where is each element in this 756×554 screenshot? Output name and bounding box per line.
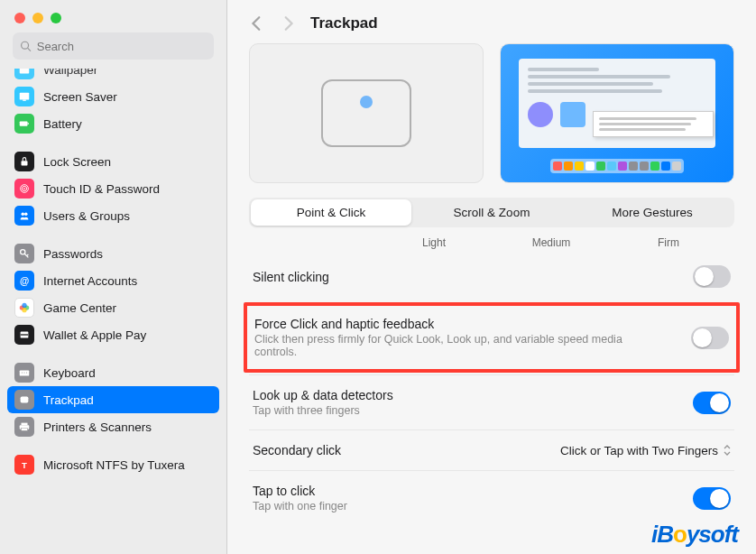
preview-area <box>227 43 756 198</box>
main-panel: Trackpad <box>227 0 756 554</box>
forward-button[interactable] <box>280 15 296 32</box>
setting-title: Tap to click <box>253 484 347 498</box>
sidebar-item-lock-screen[interactable]: Lock Screen <box>7 148 219 175</box>
maximize-window-button[interactable] <box>51 13 61 23</box>
sidebar-item-printers-scanners[interactable]: Printers & Scanners <box>7 413 219 440</box>
search-input[interactable] <box>37 40 207 53</box>
tab-bar: Point & ClickScroll & ZoomMore Gestures <box>249 198 734 227</box>
lock-icon <box>14 152 34 171</box>
sidebar-item-label: Printers & Scanners <box>43 420 152 434</box>
setting-subtitle: Tap with three fingers <box>253 404 393 417</box>
setting-row-tap-to-click: Tap to clickTap with one finger <box>249 470 734 525</box>
svg-point-26 <box>26 372 27 373</box>
toggle-switch[interactable] <box>693 392 731 414</box>
sidebar: WallpaperScreen SaverBatteryLock ScreenT… <box>0 0 227 554</box>
svg-point-24 <box>22 372 23 373</box>
svg-rect-5 <box>20 121 28 125</box>
back-button[interactable] <box>249 15 265 32</box>
svg-rect-22 <box>21 334 29 336</box>
sidebar-item-label: Game Center <box>43 301 116 315</box>
setting-row-silent-clicking: Silent clicking <box>249 253 734 300</box>
desktop-preview <box>500 43 734 183</box>
setting-subtitle: Tap with one finger <box>253 500 347 512</box>
at-icon: @ <box>14 271 34 291</box>
tab-point-click[interactable]: Point & Click <box>251 199 411 226</box>
sidebar-item-game-center[interactable]: Game Center <box>7 294 219 321</box>
sidebar-item-label: Screen Saver <box>43 90 117 104</box>
tracking-slider-labels: LightMediumFirm <box>227 231 756 249</box>
svg-point-25 <box>23 372 24 373</box>
toggle-switch[interactable] <box>693 265 731 288</box>
gamecenter-icon <box>14 298 34 318</box>
svg-point-0 <box>22 42 29 49</box>
sidebar-item-label: Internet Accounts <box>43 274 137 288</box>
sidebar-item-label: Keyboard <box>43 366 96 380</box>
sidebar-item-users-groups[interactable]: Users & Groups <box>7 202 219 229</box>
dropdown-select[interactable]: Click or Tap with Two Fingers <box>560 444 731 457</box>
sidebar-item-label: Touch ID & Password <box>43 182 160 196</box>
sidebar-item-label: Wallet & Apple Pay <box>43 328 146 342</box>
wallet-icon <box>14 325 34 345</box>
svg-rect-2 <box>20 69 30 73</box>
tab-more-gestures[interactable]: More Gestures <box>572 199 733 226</box>
slider-label: Medium <box>493 236 610 249</box>
sidebar-item-wallet-apple-pay[interactable]: Wallet & Apple Pay <box>7 321 219 348</box>
sidebar-item-microsoft-ntfs-by-tuxera[interactable]: TMicrosoft NTFS by Tuxera <box>7 451 219 478</box>
sidebar-item-label: Battery <box>43 117 82 131</box>
sidebar-item-wallpaper[interactable]: Wallpaper <box>7 69 219 83</box>
search-icon <box>20 40 32 52</box>
sidebar-item-passwords[interactable]: Passwords <box>7 240 219 267</box>
setting-row-force-click-and-haptic-feedback: Force Click and haptic feedbackClick the… <box>244 302 740 373</box>
svg-rect-7 <box>22 161 28 165</box>
trackpad-icon <box>321 79 411 147</box>
slider-label: Firm <box>610 236 727 249</box>
key-icon <box>14 244 34 263</box>
setting-row-look-up-data-detectors: Look up & data detectorsTap with three f… <box>249 374 734 429</box>
sidebar-item-label: Users & Groups <box>43 209 130 223</box>
svg-rect-30 <box>22 429 28 431</box>
page-title: Trackpad <box>310 14 378 32</box>
header: Trackpad <box>227 0 756 43</box>
setting-subtitle: Click then press firmly for Quick Look, … <box>254 333 633 358</box>
sidebar-item-keyboard[interactable]: Keyboard <box>7 359 219 386</box>
sidebar-item-internet-accounts[interactable]: @Internet Accounts <box>7 267 219 294</box>
sidebar-item-trackpad[interactable]: Trackpad <box>7 386 219 413</box>
toggle-switch[interactable] <box>693 487 731 510</box>
battery-icon <box>14 114 34 134</box>
svg-rect-27 <box>21 397 29 403</box>
minimize-window-button[interactable] <box>32 13 43 23</box>
users-icon <box>14 206 34 226</box>
wallpaper-icon <box>14 69 34 79</box>
svg-point-11 <box>22 213 25 217</box>
printer-icon <box>14 417 34 437</box>
svg-point-10 <box>23 188 25 189</box>
close-window-button[interactable] <box>14 13 25 23</box>
sidebar-item-label: Trackpad <box>43 393 94 407</box>
svg-point-19 <box>22 303 26 308</box>
sidebar-item-battery[interactable]: Battery <box>7 110 219 137</box>
svg-rect-6 <box>28 123 29 125</box>
sidebar-item-label: Microsoft NTFS by Tuxera <box>43 458 185 472</box>
svg-rect-4 <box>23 100 26 101</box>
slider-label: Light <box>375 236 493 249</box>
search-field[interactable] <box>13 32 214 60</box>
dropdown-value: Click or Tap with Two Fingers <box>560 444 718 457</box>
trackpad-icon <box>14 390 34 410</box>
svg-line-15 <box>27 254 29 256</box>
ntfs-icon: T <box>14 455 34 475</box>
sidebar-nav: WallpaperScreen SaverBatteryLock ScreenT… <box>0 69 226 554</box>
svg-text:@: @ <box>20 275 29 286</box>
window-controls <box>0 0 226 32</box>
tab-scroll-zoom[interactable]: Scroll & Zoom <box>411 199 572 226</box>
setting-row-secondary-click: Secondary clickClick or Tap with Two Fin… <box>249 429 734 470</box>
svg-line-1 <box>28 48 31 51</box>
sidebar-item-label: Passwords <box>43 247 103 261</box>
sidebar-item-label: Lock Screen <box>43 155 111 169</box>
toggle-switch[interactable] <box>691 327 729 349</box>
sidebar-item-screen-saver[interactable]: Screen Saver <box>7 83 219 110</box>
sidebar-item-touch-id-password[interactable]: Touch ID & Password <box>7 175 219 202</box>
fingerprint-icon <box>14 179 34 199</box>
setting-title: Look up & data detectors <box>253 388 393 402</box>
settings-list: Silent clickingForce Click and haptic fe… <box>227 249 756 525</box>
svg-point-12 <box>24 213 28 217</box>
